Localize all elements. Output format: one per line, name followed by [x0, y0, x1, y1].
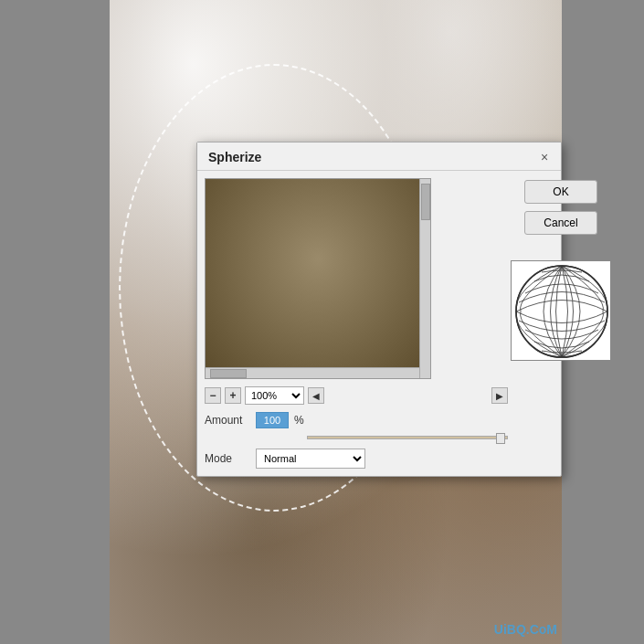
dialog-body: − + 100% 50% 200% ◀ ▶ Amount % — [197, 171, 561, 476]
scrollbar-thumb-vertical[interactable] — [421, 184, 430, 220]
zoom-out-button[interactable]: − — [205, 387, 221, 404]
preview-vertical-scrollbar[interactable] — [419, 179, 430, 378]
dialog-title: Spherize — [208, 150, 261, 164]
dialog-close-button[interactable]: × — [537, 150, 552, 164]
amount-slider-thumb[interactable] — [496, 433, 505, 444]
mode-label: Mode — [205, 452, 250, 465]
watermark: UiBQ.CoM — [494, 622, 557, 637]
zoom-in-button[interactable]: + — [225, 387, 241, 404]
spherize-dialog: Spherize × − + 100% 50% — [196, 142, 562, 477]
amount-slider-wrapper — [205, 436, 508, 439]
sphere-wireframe-preview — [511, 260, 611, 361]
left-panel — [0, 0, 110, 644]
dialog-right-panel: OK Cancel — [515, 178, 607, 469]
sphere-svg — [512, 261, 611, 361]
ok-button[interactable]: OK — [524, 180, 597, 204]
cancel-button[interactable]: Cancel — [524, 211, 597, 235]
preview-horizontal-scrollbar[interactable] — [206, 367, 419, 378]
scrollbar-thumb-horizontal[interactable] — [210, 369, 247, 378]
dialog-left-panel: − + 100% 50% 200% ◀ ▶ Amount % — [205, 178, 508, 469]
amount-input[interactable] — [256, 412, 289, 428]
amount-row: Amount % — [205, 412, 508, 428]
dialog-titlebar: Spherize × — [197, 143, 561, 171]
scroll-right-button[interactable]: ▶ — [491, 387, 508, 404]
percent-label: % — [294, 414, 304, 427]
scroll-left-button[interactable]: ◀ — [308, 387, 324, 404]
mode-row: Mode Normal Horizontal Only Vertical Onl… — [205, 449, 508, 469]
zoom-controls: − + 100% 50% 200% ◀ ▶ — [205, 386, 508, 405]
amount-label: Amount — [205, 414, 250, 427]
mode-select[interactable]: Normal Horizontal Only Vertical Only — [256, 449, 365, 469]
amount-slider-track[interactable] — [307, 436, 508, 439]
preview-terrain — [206, 179, 430, 378]
zoom-select[interactable]: 100% 50% 200% — [245, 386, 304, 405]
preview-canvas[interactable] — [205, 178, 431, 379]
